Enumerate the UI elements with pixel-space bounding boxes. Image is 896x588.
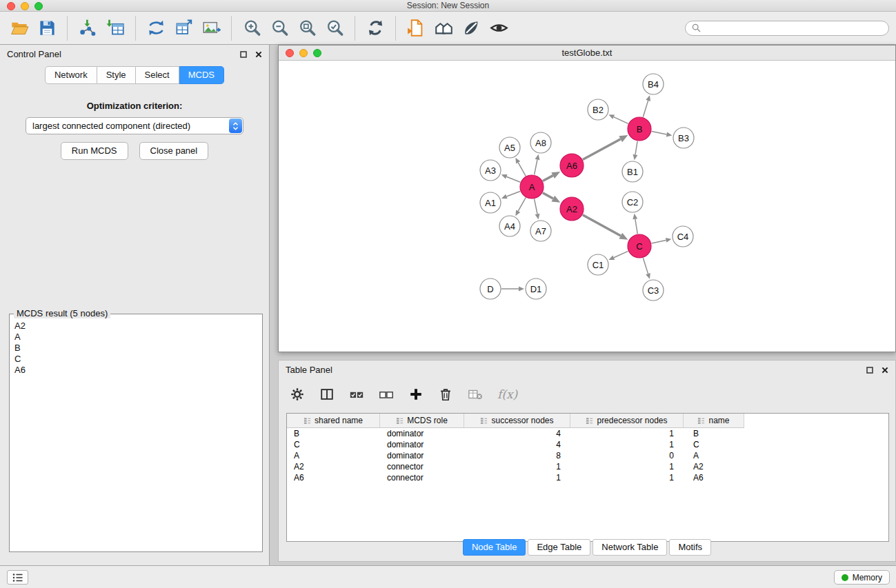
network-edge-A-A2[interactable]: [543, 193, 553, 199]
zoom-window-button[interactable]: [34, 2, 43, 10]
zoom-out-button[interactable]: [267, 15, 292, 41]
search-input[interactable]: [704, 23, 882, 33]
graphics-details-button[interactable]: [459, 15, 484, 41]
table-row[interactable]: C dominator 4 1 C: [287, 439, 888, 450]
export-network-button[interactable]: [143, 15, 168, 41]
network-edge-A-A5[interactable]: [518, 163, 526, 176]
tab-network-table[interactable]: Network Table: [593, 539, 667, 556]
network-node-A8[interactable]: A8: [530, 132, 551, 153]
minimize-network-window-button[interactable]: [299, 49, 308, 57]
column-header-mcds-role[interactable]: MCDS role: [380, 414, 464, 427]
import-table-button[interactable]: [103, 15, 128, 41]
network-node-A6[interactable]: A6: [560, 154, 584, 177]
network-edge-A-A7[interactable]: [535, 199, 537, 214]
float-table-panel-icon[interactable]: [866, 367, 873, 374]
show-columns-button columns-icon[interactable]: [319, 387, 335, 402]
tab-style[interactable]: Style: [97, 66, 136, 84]
network-node-B1[interactable]: B1: [622, 161, 643, 182]
column-header-successor-nodes[interactable]: successor nodes: [464, 414, 570, 427]
delete-table-button table-delete-icon[interactable]: [468, 387, 483, 402]
deselect-all-button uncheck-all-icon[interactable]: [379, 387, 394, 402]
network-node-C4[interactable]: C4: [673, 226, 693, 247]
network-node-D[interactable]: D: [480, 278, 501, 299]
save-session-button[interactable]: [34, 15, 59, 41]
network-edge-C-C4[interactable]: [652, 240, 666, 243]
table-row[interactable]: A2 connector 1 1 A2: [287, 461, 888, 472]
delete-column-button trash-icon[interactable]: [438, 387, 453, 402]
network-edge-A2-C[interactable]: [583, 215, 621, 236]
zoom-fit-button[interactable]: [295, 15, 319, 41]
document-arrow-button[interactable]: [404, 15, 428, 41]
network-node-B2[interactable]: B2: [588, 99, 608, 120]
network-node-A3[interactable]: A3: [480, 160, 501, 181]
mcds-result-item[interactable]: A: [14, 332, 257, 343]
network-edge-A-A6[interactable]: [543, 176, 553, 181]
network-edge-C-C2[interactable]: [635, 219, 637, 234]
network-node-B4[interactable]: B4: [643, 74, 664, 94]
network-node-C1[interactable]: C1: [588, 254, 608, 275]
float-panel-icon[interactable]: [240, 51, 247, 58]
network-edge-B-B1[interactable]: [635, 141, 637, 155]
network-edge-A-A1[interactable]: [506, 191, 520, 196]
mcds-result-item[interactable]: C: [14, 354, 257, 365]
table-settings-button gear-icon[interactable]: [290, 387, 305, 402]
apply-layout-button[interactable]: [363, 15, 388, 41]
criterion-select[interactable]: largest connected component (directed): [26, 117, 243, 134]
network-edge-B-B2[interactable]: [614, 117, 628, 124]
network-node-B[interactable]: B: [628, 117, 651, 141]
tab-node-table[interactable]: Node Table: [463, 539, 526, 556]
tab-network[interactable]: Network: [45, 66, 97, 84]
toggle-visibility-button[interactable]: [486, 15, 511, 41]
network-edge-B-B3[interactable]: [652, 132, 667, 134]
network-node-B3[interactable]: B3: [673, 128, 694, 148]
import-network-button[interactable]: [75, 15, 100, 41]
minimize-window-button[interactable]: [21, 2, 29, 10]
table-row[interactable]: A dominator 8 0 A: [287, 450, 888, 461]
zoom-selected-button[interactable]: [322, 15, 347, 41]
network-canvas[interactable]: B4B2BB3A5A8A6B1A3AC2A1A2A4A7C4CC1C3DD1: [279, 61, 895, 352]
column-header-shared-name[interactable]: shared name: [287, 414, 380, 427]
close-table-panel-icon[interactable]: [882, 367, 888, 374]
network-edge-A-A4[interactable]: [518, 198, 526, 212]
search-field[interactable]: [685, 21, 889, 36]
tab-edge-table[interactable]: Edge Table: [528, 539, 590, 556]
column-header-name[interactable]: name: [684, 414, 744, 427]
network-node-A7[interactable]: A7: [530, 221, 551, 241]
network-edge-C-C1[interactable]: [614, 251, 628, 257]
memory-button[interactable]: Memory: [834, 570, 890, 585]
network-edge-B-B4[interactable]: [643, 101, 648, 117]
select-all-button check-all-icon[interactable]: [349, 387, 364, 402]
column-header-predecessor-nodes[interactable]: predecessor nodes: [570, 414, 684, 427]
zoom-in-button[interactable]: [239, 15, 264, 41]
network-edge-C-C3[interactable]: [643, 258, 648, 274]
export-table-button[interactable]: [171, 15, 196, 41]
close-window-button[interactable]: [7, 2, 15, 10]
home-button[interactable]: [431, 15, 456, 41]
tab-motifs[interactable]: Motifs: [669, 539, 711, 556]
mcds-result-item[interactable]: A2: [14, 321, 257, 332]
network-window-titlebar[interactable]: testGlobe.txt: [279, 45, 895, 61]
network-edge-A6-B[interactable]: [583, 139, 621, 160]
network-node-D1[interactable]: D1: [526, 278, 546, 299]
zoom-network-window-button[interactable]: [313, 49, 321, 57]
table-row[interactable]: A6 connector 1 1 A6: [287, 472, 888, 483]
table-row[interactable]: B dominator 4 1 B: [287, 428, 888, 439]
close-panel-button[interactable]: Close panel: [139, 142, 209, 160]
mcds-result-item[interactable]: B: [14, 343, 257, 354]
network-node-A5[interactable]: A5: [499, 137, 520, 158]
network-node-C2[interactable]: C2: [622, 192, 643, 212]
tab-select[interactable]: Select: [136, 66, 179, 84]
close-panel-icon[interactable]: [255, 51, 262, 58]
function-builder-button fx-icon[interactable]: f(x): [497, 387, 517, 401]
export-image-button[interactable]: [199, 15, 223, 41]
network-edge-A-A8[interactable]: [535, 159, 537, 174]
close-network-window-button[interactable]: [286, 49, 294, 57]
task-history-button[interactable]: [7, 570, 28, 585]
tab-mcds[interactable]: MCDS: [179, 66, 224, 84]
network-node-C[interactable]: C: [628, 234, 651, 258]
network-node-C3[interactable]: C3: [643, 280, 664, 301]
network-edge-A-A3[interactable]: [506, 176, 520, 182]
network-node-A2[interactable]: A2: [560, 197, 584, 221]
add-column-button plus-icon[interactable]: [408, 387, 424, 402]
network-node-A4[interactable]: A4: [499, 216, 520, 236]
